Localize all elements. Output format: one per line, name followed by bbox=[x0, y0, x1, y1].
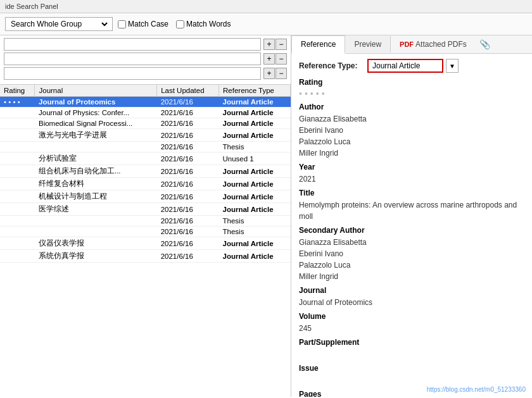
search-rows: + − + − + − bbox=[0, 35, 291, 85]
cell-ref-type: Thesis bbox=[219, 227, 291, 237]
cell-last-updated: 2021/6/16 bbox=[157, 250, 219, 263]
search-input-3[interactable] bbox=[4, 67, 261, 80]
checkbox-group: Match Case Match Words bbox=[118, 20, 231, 28]
results-table: Rating Journal Last Updated Reference Ty… bbox=[0, 85, 291, 263]
search-row-3: + − bbox=[4, 67, 287, 80]
cell-journal: Journal of Proteomics bbox=[35, 97, 157, 108]
cell-rating bbox=[0, 142, 35, 152]
star-2[interactable]: • bbox=[305, 89, 308, 99]
match-case-checkbox[interactable] bbox=[118, 20, 126, 28]
cell-rating bbox=[0, 108, 35, 118]
add-row-3-button[interactable]: + bbox=[263, 68, 275, 79]
table-row[interactable]: Journal of Physics: Confer...2021/6/16Jo… bbox=[0, 108, 291, 118]
table-row[interactable]: 机械设计与制造工程2021/6/16Journal Article bbox=[0, 190, 291, 203]
star-3[interactable]: • bbox=[310, 89, 314, 99]
cell-ref-type: Journal Article bbox=[219, 203, 291, 216]
cell-ref-type: Unused 1 bbox=[219, 152, 291, 165]
add-row-1-button[interactable]: + bbox=[263, 39, 275, 50]
main-layout: + − + − + − bbox=[0, 35, 532, 397]
match-case-item[interactable]: Match Case bbox=[118, 20, 168, 28]
table-row[interactable]: 2021/6/16Thesis bbox=[0, 216, 291, 227]
rating-stars[interactable]: • • • • • bbox=[299, 89, 524, 99]
ref-type-dropdown[interactable]: ▼ bbox=[446, 59, 459, 73]
btn-group-3: + − bbox=[263, 68, 287, 79]
match-words-checkbox[interactable] bbox=[176, 20, 184, 28]
watermark: https://blog.csdn.net/m0_51233360 bbox=[427, 386, 526, 393]
cell-ref-type: Journal Article bbox=[219, 250, 291, 263]
ref-type-select[interactable]: Journal Article ▼ bbox=[367, 59, 459, 73]
tab-attached-pdfs-label: Attached PDFs bbox=[415, 40, 467, 49]
cell-rating bbox=[0, 227, 35, 237]
cell-journal bbox=[35, 216, 157, 227]
cell-rating bbox=[0, 216, 35, 227]
cell-ref-type: Journal Article bbox=[219, 165, 291, 178]
cell-rating bbox=[0, 165, 35, 178]
search-input-1[interactable] bbox=[4, 38, 261, 51]
ref-type-row: Reference Type: Journal Article ▼ bbox=[299, 59, 524, 73]
search-row-2: + − bbox=[4, 53, 287, 65]
cell-last-updated: 2021/6/16 bbox=[157, 178, 219, 190]
tab-attached-pdfs[interactable]: PDF Attached PDFs bbox=[391, 36, 476, 53]
table-row[interactable]: 2021/6/16Thesis bbox=[0, 227, 291, 237]
right-panel: Reference Preview PDF Attached PDFs 📎 Re… bbox=[291, 35, 532, 397]
cell-journal: 分析试验室 bbox=[35, 152, 157, 165]
toolbar: Search Whole Group Search Current List M… bbox=[0, 13, 532, 35]
author-label: Author bbox=[299, 103, 524, 111]
cell-journal: 机械设计与制造工程 bbox=[35, 190, 157, 203]
cell-ref-type: Journal Article bbox=[219, 118, 291, 129]
col-reftype: Reference Type bbox=[219, 85, 291, 97]
pdf-icon: PDF bbox=[400, 40, 414, 48]
table-row[interactable]: 仪器仪表学报2021/6/16Journal Article bbox=[0, 237, 291, 250]
search-scope-select[interactable]: Search Whole Group Search Current List bbox=[8, 19, 110, 29]
paperclip-icon[interactable]: 📎 bbox=[479, 39, 490, 49]
match-words-item[interactable]: Match Words bbox=[176, 20, 231, 28]
match-case-label: Match Case bbox=[128, 20, 168, 28]
cell-ref-type: Journal Article bbox=[219, 108, 291, 118]
cell-ref-type: Thesis bbox=[219, 216, 291, 227]
star-1[interactable]: • bbox=[299, 89, 302, 99]
table-row[interactable]: 激光与光电子学进展2021/6/16Journal Article bbox=[0, 129, 291, 142]
table-row[interactable]: 2021/6/16Thesis bbox=[0, 142, 291, 152]
cell-journal: 激光与光电子学进展 bbox=[35, 129, 157, 142]
title-label: Title bbox=[299, 189, 524, 197]
reference-content: Reference Type: Journal Article ▼ Rating… bbox=[291, 54, 532, 397]
remove-row-2-button[interactable]: − bbox=[276, 53, 287, 65]
remove-row-3-button[interactable]: − bbox=[276, 68, 287, 79]
cell-journal: 系统仿真学报 bbox=[35, 250, 157, 263]
table-row[interactable]: 系统仿真学报2021/6/16Journal Article bbox=[0, 250, 291, 263]
table-row[interactable]: • • • •Journal of Proteomics2021/6/16Jou… bbox=[0, 97, 291, 108]
add-row-2-button[interactable]: + bbox=[263, 53, 275, 65]
tab-reference[interactable]: Reference bbox=[291, 35, 345, 54]
cell-last-updated: 2021/6/16 bbox=[157, 97, 219, 108]
remove-row-1-button[interactable]: − bbox=[276, 39, 287, 50]
cell-journal: 组合机床与自动化加工... bbox=[35, 165, 157, 178]
cell-rating bbox=[0, 178, 35, 190]
table-row[interactable]: 纤维复合材料2021/6/16Journal Article bbox=[0, 178, 291, 190]
search-input-2[interactable] bbox=[4, 53, 261, 65]
search-select-wrapper[interactable]: Search Whole Group Search Current List bbox=[5, 17, 113, 31]
left-panel: + − + − + − bbox=[0, 35, 291, 397]
cell-journal: 纤维复合材料 bbox=[35, 178, 157, 190]
year-value: 2021 bbox=[299, 173, 524, 185]
star-5[interactable]: • bbox=[322, 89, 325, 99]
secondary-author-label: Secondary Author bbox=[299, 226, 524, 235]
table-row[interactable]: Biomedical Signal Processi...2021/6/16Jo… bbox=[0, 118, 291, 129]
cell-last-updated: 2021/6/16 bbox=[157, 108, 219, 118]
cell-ref-type: Journal Article bbox=[219, 237, 291, 250]
table-row[interactable]: 分析试验室2021/6/16Unused 1 bbox=[0, 152, 291, 165]
cell-last-updated: 2021/6/16 bbox=[157, 227, 219, 237]
cell-ref-type: Journal Article bbox=[219, 129, 291, 142]
table-row[interactable]: 组合机床与自动化加工...2021/6/16Journal Article bbox=[0, 165, 291, 178]
cell-last-updated: 2021/6/16 bbox=[157, 190, 219, 203]
journal-label: Journal bbox=[299, 286, 524, 295]
tab-preview[interactable]: Preview bbox=[345, 36, 391, 53]
table-row[interactable]: 医学综述2021/6/16Journal Article bbox=[0, 203, 291, 216]
cell-journal bbox=[35, 142, 157, 152]
top-bar-label: ide Search Panel bbox=[5, 3, 58, 10]
star-4[interactable]: • bbox=[316, 89, 319, 99]
top-bar: ide Search Panel bbox=[0, 0, 532, 13]
col-lastupdated: Last Updated bbox=[157, 85, 219, 97]
cell-journal: 仪器仪表学报 bbox=[35, 237, 157, 250]
cell-last-updated: 2021/6/16 bbox=[157, 237, 219, 250]
issue-label: Issue bbox=[299, 364, 524, 373]
